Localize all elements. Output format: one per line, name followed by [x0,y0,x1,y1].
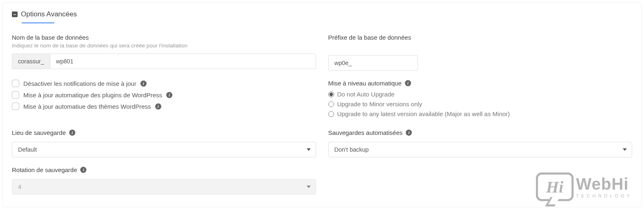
auto-update-plugins-checkbox[interactable] [12,91,19,99]
upgrade-none-label: Do not Auto Upgrade [337,91,395,98]
db-name-label: Nom de la base de données [12,34,316,41]
db-name-input[interactable] [50,54,316,69]
auto-upgrade-label: Mise à niveau automatique i [328,80,633,87]
collapse-icon[interactable]: – [12,11,18,17]
advanced-options-panel: – Options Avancées Nom de la base de don… [2,2,642,207]
header-underline [22,22,54,23]
update-checkboxes: Désactiver les notifications de mise à j… [12,80,316,120]
auto-backups-select[interactable]: Don't backup [328,142,633,157]
section-title: Options Avancées [21,10,77,18]
auto-update-themes-row: Mise à jour automatiue des thèmes WordPr… [12,103,316,110]
db-name-prefix: corassur_ [12,54,50,69]
db-name-help: Indiquez le nom de la base de données qu… [12,43,316,49]
backup-location-label: Lieu de sauvegarde i [12,129,316,136]
db-prefix-input[interactable] [328,55,418,71]
upgrade-minor-radio[interactable] [328,101,334,107]
section-header[interactable]: – Options Avancées [12,10,632,18]
upgrade-major-label: Upgrade to any latest version available … [337,110,510,117]
db-prefix-field: Préfixe de la base de données [328,34,633,71]
backup-location-field: Lieu de sauvegarde i Default [12,129,316,157]
upgrade-minor-row[interactable]: Upgrade to Minor versions only [328,101,633,108]
info-icon[interactable]: i [140,81,147,87]
auto-upgrade-field: Mise à niveau automatique i Do not Auto … [328,80,633,120]
backup-location-select[interactable]: Default [12,142,316,157]
auto-update-plugins-row: Mise à jour automatique des plugins de W… [12,91,316,99]
info-icon[interactable]: i [166,92,172,98]
upgrade-minor-label: Upgrade to Minor versions only [337,101,423,108]
backup-rotation-label: Rotation de sauvegarde i [12,166,316,173]
form-grid: Nom de la base de données Indiquez le no… [12,34,632,195]
auto-update-themes-label: Mise à jour automatiue des thèmes WordPr… [23,103,151,110]
info-icon[interactable]: i [80,167,86,173]
upgrade-major-row[interactable]: Upgrade to any latest version available … [328,110,633,117]
backup-rotation-field: Rotation de sauvegarde i 4 [12,166,316,195]
disable-update-notif-label: Désactiver les notifications de mise à j… [23,80,136,87]
auto-backups-field: Sauvegardes automatisées i Don't backup [328,129,633,157]
auto-update-themes-checkbox[interactable] [12,103,19,110]
info-icon[interactable]: i [406,130,412,136]
info-icon[interactable]: i [69,130,75,136]
upgrade-major-radio[interactable] [328,111,334,117]
disable-update-notif-checkbox[interactable] [12,80,19,87]
info-icon[interactable]: i [405,80,411,86]
auto-backups-label: Sauvegardes automatisées i [328,129,633,136]
empty-cell [328,166,633,195]
db-name-field: Nom de la base de données Indiquez le no… [12,34,316,71]
upgrade-none-radio[interactable] [328,92,334,97]
db-name-input-group: corassur_ [12,54,316,69]
info-icon[interactable]: i [155,103,161,110]
upgrade-none-row[interactable]: Do not Auto Upgrade [328,91,633,98]
disable-update-notif-row: Désactiver les notifications de mise à j… [12,80,316,87]
backup-rotation-select: 4 [12,179,316,195]
auto-update-plugins-label: Mise à jour automatique des plugins de W… [23,92,162,99]
db-prefix-label: Préfixe de la base de données [328,34,633,41]
